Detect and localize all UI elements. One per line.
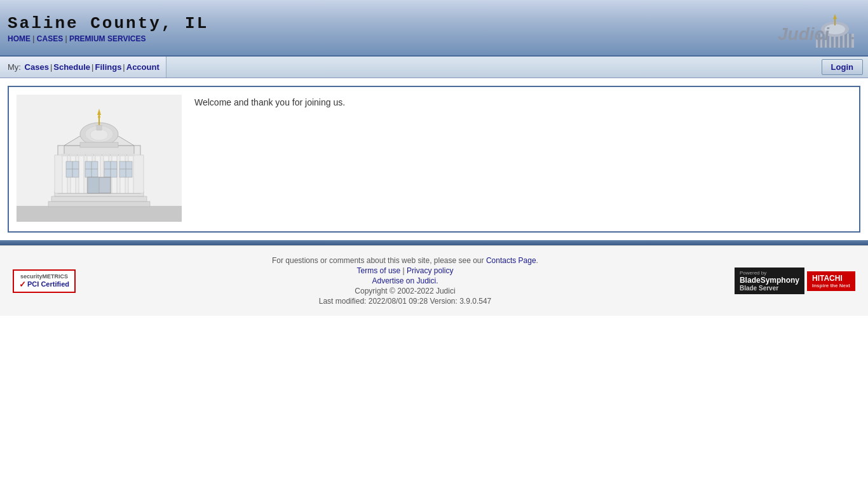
security-badge: securityMETRICS ✓ PCI Certified bbox=[13, 269, 76, 293]
account-link[interactable]: Account bbox=[126, 62, 159, 72]
filings-link[interactable]: Filings bbox=[95, 62, 121, 72]
cases-link[interactable]: CASES bbox=[37, 34, 63, 43]
footer-bar bbox=[0, 240, 868, 245]
svg-rect-59 bbox=[80, 142, 118, 147]
premium-link[interactable]: PREMIUM SERVICES bbox=[69, 34, 146, 43]
my-cases-link[interactable]: Cases bbox=[25, 62, 49, 72]
svg-rect-17 bbox=[48, 201, 150, 207]
terms-link[interactable]: Terms of use bbox=[357, 266, 401, 275]
my-label: My: bbox=[8, 62, 21, 72]
svg-point-14 bbox=[851, 37, 854, 39]
footer-center: For questions or comments about this web… bbox=[76, 255, 735, 307]
footer-questions: For questions or comments about this web… bbox=[76, 256, 735, 265]
svg-rect-37 bbox=[94, 154, 102, 156]
login-button[interactable]: Login bbox=[822, 59, 863, 75]
main-content: Welcome and thank you for joining us. bbox=[0, 78, 868, 240]
courthouse-image bbox=[17, 95, 182, 224]
advertise-link[interactable]: Advertise on Judici. bbox=[372, 276, 438, 285]
svg-rect-40 bbox=[119, 154, 126, 156]
content-box: Welcome and thank you for joining us. bbox=[8, 86, 860, 233]
svg-rect-63 bbox=[97, 125, 102, 130]
footer: securityMETRICS ✓ PCI Certified For ques… bbox=[0, 245, 868, 316]
svg-rect-41 bbox=[127, 154, 135, 156]
svg-rect-36 bbox=[86, 154, 93, 156]
site-header: Saline County, IL HOME | CASES | PREMIUM… bbox=[0, 0, 868, 57]
schedule-link[interactable]: Schedule bbox=[53, 62, 90, 72]
site-title: Saline County, IL bbox=[8, 14, 208, 33]
judici-logo-svg: Judici bbox=[778, 5, 860, 50]
home-link[interactable]: HOME bbox=[8, 34, 31, 43]
powered-logos: Powered by BladeSymphony Blade Server HI… bbox=[735, 268, 855, 294]
svg-rect-35 bbox=[78, 154, 85, 156]
contacts-page-link[interactable]: Contacts Page bbox=[486, 256, 536, 265]
svg-rect-38 bbox=[102, 154, 110, 156]
navbar: My: Cases | Schedule | Filings | Account… bbox=[0, 57, 868, 78]
privacy-link[interactable]: Privacy policy bbox=[407, 266, 453, 275]
footer-advertise: Advertise on Judici. bbox=[76, 276, 735, 285]
svg-rect-33 bbox=[61, 154, 69, 156]
header-left: Saline County, IL HOME | CASES | PREMIUM… bbox=[8, 14, 208, 43]
welcome-text: Welcome and thank you for joining us. bbox=[194, 95, 345, 107]
courthouse-svg bbox=[17, 95, 182, 222]
svg-rect-16 bbox=[17, 206, 182, 222]
security-metrics-label: securityMETRICS bbox=[19, 273, 69, 280]
footer-last-modified: Last modified: 2022/08/01 09:28 Version:… bbox=[76, 297, 735, 306]
navbar-left: My: Cases | Schedule | Filings | Account bbox=[0, 57, 166, 78]
svg-marker-12 bbox=[833, 14, 837, 19]
pci-label: PCI Certified bbox=[27, 280, 69, 288]
checkmark-icon: ✓ bbox=[19, 280, 26, 289]
header-nav: HOME | CASES | PREMIUM SERVICES bbox=[8, 34, 208, 43]
hitachi-logo: HITACHI Inspire the Next bbox=[807, 271, 855, 291]
svg-rect-39 bbox=[111, 154, 118, 156]
svg-rect-34 bbox=[69, 154, 77, 156]
blade-symphony-logo: Powered by BladeSymphony Blade Server bbox=[735, 268, 804, 294]
svg-rect-55 bbox=[88, 177, 99, 193]
footer-terms: Terms of use | Privacy policy bbox=[76, 266, 735, 275]
svg-point-58 bbox=[90, 129, 108, 140]
svg-point-62 bbox=[98, 116, 100, 118]
svg-rect-8 bbox=[849, 34, 851, 48]
svg-rect-18 bbox=[51, 196, 147, 201]
judici-logo: Judici bbox=[778, 5, 860, 51]
svg-rect-26 bbox=[79, 155, 84, 193]
svg-rect-7 bbox=[844, 34, 847, 48]
svg-text:Judici: Judici bbox=[778, 24, 830, 44]
footer-copyright: Copyright © 2002-2022 Judici bbox=[76, 287, 735, 295]
